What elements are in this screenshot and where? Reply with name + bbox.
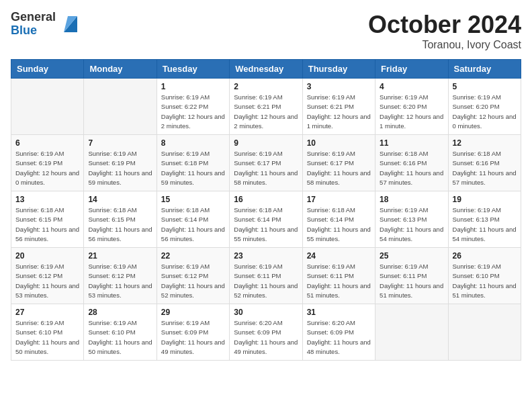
- calendar-cell: 26Sunrise: 6:19 AMSunset: 6:10 PMDayligh…: [448, 248, 521, 304]
- day-info: Sunrise: 6:19 AMSunset: 6:17 PMDaylight:…: [307, 149, 371, 187]
- day-number: 31: [307, 308, 371, 317]
- calendar-cell: 11Sunrise: 6:18 AMSunset: 6:16 PMDayligh…: [375, 135, 448, 191]
- calendar-cell: 3Sunrise: 6:19 AMSunset: 6:21 PMDaylight…: [302, 79, 375, 135]
- calendar-cell: [84, 79, 157, 135]
- calendar-cell: 12Sunrise: 6:18 AMSunset: 6:16 PMDayligh…: [448, 135, 521, 191]
- calendar-cell: 29Sunrise: 6:19 AMSunset: 6:09 PMDayligh…: [157, 304, 229, 361]
- calendar-cell: 20Sunrise: 6:19 AMSunset: 6:12 PMDayligh…: [11, 248, 84, 304]
- day-number: 11: [380, 138, 443, 148]
- day-number: 25: [380, 251, 443, 261]
- calendar-cell: 17Sunrise: 6:18 AMSunset: 6:14 PMDayligh…: [302, 191, 375, 248]
- calendar-cell: 18Sunrise: 6:19 AMSunset: 6:13 PMDayligh…: [375, 191, 448, 248]
- calendar-cell: 14Sunrise: 6:18 AMSunset: 6:15 PMDayligh…: [84, 191, 157, 248]
- calendar-cell: 13Sunrise: 6:18 AMSunset: 6:15 PMDayligh…: [11, 191, 84, 248]
- day-info: Sunrise: 6:19 AMSunset: 6:11 PMDaylight:…: [234, 262, 298, 300]
- day-info: Sunrise: 6:19 AMSunset: 6:09 PMDaylight:…: [161, 318, 225, 357]
- day-info: Sunrise: 6:19 AMSunset: 6:22 PMDaylight:…: [161, 93, 225, 131]
- day-number: 8: [161, 138, 225, 148]
- day-number: 17: [307, 195, 371, 204]
- day-number: 27: [15, 308, 79, 317]
- day-number: 9: [234, 138, 298, 148]
- day-number: 18: [380, 195, 443, 204]
- day-info: Sunrise: 6:19 AMSunset: 6:20 PMDaylight:…: [380, 93, 443, 131]
- calendar-cell: 27Sunrise: 6:19 AMSunset: 6:10 PMDayligh…: [11, 304, 84, 361]
- calendar-week-row: 6Sunrise: 6:19 AMSunset: 6:19 PMDaylight…: [11, 135, 521, 191]
- day-number: 26: [453, 251, 517, 261]
- day-number: 5: [453, 82, 517, 91]
- day-info: Sunrise: 6:18 AMSunset: 6:15 PMDaylight:…: [88, 205, 152, 244]
- day-info: Sunrise: 6:18 AMSunset: 6:14 PMDaylight:…: [307, 205, 371, 244]
- page-header: General Blue October 2024 Toranou, Ivory…: [11, 11, 521, 51]
- calendar-cell: 24Sunrise: 6:19 AMSunset: 6:11 PMDayligh…: [302, 248, 375, 304]
- calendar-header-row: SundayMondayTuesdayWednesdayThursdayFrid…: [11, 60, 521, 79]
- calendar-cell: [11, 79, 84, 135]
- day-number: 24: [307, 251, 371, 261]
- day-info: Sunrise: 6:19 AMSunset: 6:21 PMDaylight:…: [307, 93, 371, 131]
- calendar-cell: 22Sunrise: 6:19 AMSunset: 6:12 PMDayligh…: [157, 248, 229, 304]
- calendar-week-row: 20Sunrise: 6:19 AMSunset: 6:12 PMDayligh…: [11, 248, 521, 304]
- calendar-cell: 1Sunrise: 6:19 AMSunset: 6:22 PMDaylight…: [157, 79, 229, 135]
- day-info: Sunrise: 6:19 AMSunset: 6:12 PMDaylight:…: [161, 262, 225, 300]
- calendar-day-header: Tuesday: [157, 60, 229, 79]
- calendar-day-header: Saturday: [448, 60, 521, 79]
- day-info: Sunrise: 6:20 AMSunset: 6:09 PMDaylight:…: [307, 318, 371, 357]
- day-number: 21: [88, 251, 152, 261]
- calendar-subtitle: Toranou, Ivory Coast: [368, 39, 521, 51]
- calendar-day-header: Monday: [84, 60, 157, 79]
- calendar-table: SundayMondayTuesdayWednesdayThursdayFrid…: [11, 59, 521, 361]
- day-number: 13: [15, 195, 79, 204]
- day-number: 4: [380, 82, 443, 91]
- day-number: 19: [453, 195, 517, 204]
- calendar-cell: 23Sunrise: 6:19 AMSunset: 6:11 PMDayligh…: [230, 248, 302, 304]
- logo: General Blue: [11, 11, 80, 38]
- day-number: 12: [453, 138, 517, 148]
- day-info: Sunrise: 6:20 AMSunset: 6:09 PMDaylight:…: [234, 318, 298, 357]
- day-info: Sunrise: 6:19 AMSunset: 6:21 PMDaylight:…: [234, 93, 298, 131]
- day-number: 29: [161, 308, 225, 317]
- day-info: Sunrise: 6:18 AMSunset: 6:14 PMDaylight:…: [234, 205, 298, 244]
- day-info: Sunrise: 6:19 AMSunset: 6:10 PMDaylight:…: [88, 318, 152, 357]
- day-info: Sunrise: 6:19 AMSunset: 6:18 PMDaylight:…: [161, 149, 225, 187]
- day-info: Sunrise: 6:19 AMSunset: 6:20 PMDaylight:…: [453, 93, 517, 131]
- calendar-cell: 15Sunrise: 6:18 AMSunset: 6:14 PMDayligh…: [157, 191, 229, 248]
- day-number: 15: [161, 195, 225, 204]
- day-info: Sunrise: 6:19 AMSunset: 6:17 PMDaylight:…: [234, 149, 298, 187]
- day-info: Sunrise: 6:19 AMSunset: 6:12 PMDaylight:…: [15, 262, 79, 300]
- calendar-cell: 4Sunrise: 6:19 AMSunset: 6:20 PMDaylight…: [375, 79, 448, 135]
- logo-line1: General: [11, 11, 56, 24]
- day-number: 16: [234, 195, 298, 204]
- logo-line2: Blue: [11, 24, 56, 38]
- day-info: Sunrise: 6:19 AMSunset: 6:13 PMDaylight:…: [453, 205, 517, 244]
- day-number: 2: [234, 82, 298, 91]
- logo-text: General Blue: [11, 11, 56, 38]
- day-number: 7: [88, 138, 152, 148]
- title-block: October 2024 Toranou, Ivory Coast: [368, 11, 521, 51]
- day-number: 1: [161, 82, 225, 91]
- day-info: Sunrise: 6:18 AMSunset: 6:14 PMDaylight:…: [161, 205, 225, 244]
- calendar-title: October 2024: [368, 11, 521, 39]
- day-info: Sunrise: 6:19 AMSunset: 6:12 PMDaylight:…: [88, 262, 152, 300]
- day-info: Sunrise: 6:19 AMSunset: 6:13 PMDaylight:…: [380, 205, 443, 244]
- calendar-cell: 25Sunrise: 6:19 AMSunset: 6:11 PMDayligh…: [375, 248, 448, 304]
- logo-icon: [58, 13, 80, 35]
- day-number: 20: [15, 251, 79, 261]
- calendar-cell: 7Sunrise: 6:19 AMSunset: 6:19 PMDaylight…: [84, 135, 157, 191]
- day-info: Sunrise: 6:19 AMSunset: 6:10 PMDaylight:…: [15, 318, 79, 357]
- day-info: Sunrise: 6:18 AMSunset: 6:16 PMDaylight:…: [453, 149, 517, 187]
- calendar-day-header: Wednesday: [230, 60, 302, 79]
- day-number: 30: [234, 308, 298, 317]
- calendar-cell: 9Sunrise: 6:19 AMSunset: 6:17 PMDaylight…: [230, 135, 302, 191]
- calendar-cell: [448, 304, 521, 361]
- calendar-day-header: Friday: [375, 60, 448, 79]
- calendar-cell: 8Sunrise: 6:19 AMSunset: 6:18 PMDaylight…: [157, 135, 229, 191]
- calendar-cell: 6Sunrise: 6:19 AMSunset: 6:19 PMDaylight…: [11, 135, 84, 191]
- calendar-cell: 21Sunrise: 6:19 AMSunset: 6:12 PMDayligh…: [84, 248, 157, 304]
- calendar-cell: 31Sunrise: 6:20 AMSunset: 6:09 PMDayligh…: [302, 304, 375, 361]
- day-info: Sunrise: 6:18 AMSunset: 6:15 PMDaylight:…: [15, 205, 79, 244]
- calendar-cell: [375, 304, 448, 361]
- day-info: Sunrise: 6:18 AMSunset: 6:16 PMDaylight:…: [380, 149, 443, 187]
- day-info: Sunrise: 6:19 AMSunset: 6:11 PMDaylight:…: [380, 262, 443, 300]
- day-number: 23: [234, 251, 298, 261]
- calendar-cell: 19Sunrise: 6:19 AMSunset: 6:13 PMDayligh…: [448, 191, 521, 248]
- day-info: Sunrise: 6:19 AMSunset: 6:10 PMDaylight:…: [453, 262, 517, 300]
